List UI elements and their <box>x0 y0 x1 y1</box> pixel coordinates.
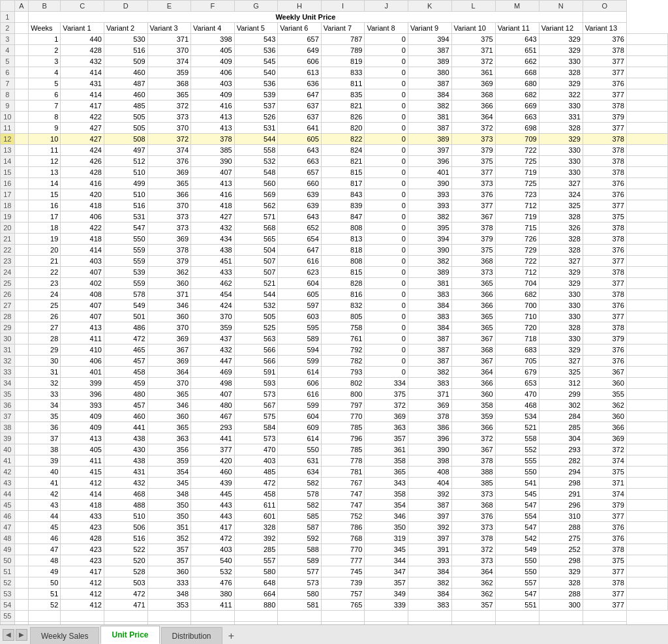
week-cell[interactable]: 33 <box>29 389 61 400</box>
col-i[interactable]: I <box>321 1 365 12</box>
variant-cell[interactable]: 468 <box>104 489 147 500</box>
variant-cell[interactable]: 328 <box>539 211 583 222</box>
variant-cell[interactable]: 407 <box>61 300 104 311</box>
variant-cell[interactable]: 330 <box>539 333 583 345</box>
variant-cell[interactable]: 454 <box>191 289 235 300</box>
variant-cell[interactable]: 376 <box>451 189 495 200</box>
variant-cell[interactable]: 368 <box>147 78 191 89</box>
cell[interactable] <box>104 611 147 622</box>
variant-cell[interactable]: 682 <box>495 289 539 300</box>
cell[interactable] <box>626 600 667 611</box>
variant-cell[interactable]: 370 <box>147 378 191 389</box>
cell[interactable] <box>626 367 667 378</box>
cell[interactable] <box>14 311 28 322</box>
variant-cell[interactable]: 526 <box>234 112 278 123</box>
variant-cell[interactable]: 614 <box>278 367 322 378</box>
variant-cell[interactable]: 394 <box>408 34 451 45</box>
variant-cell[interactable]: 360 <box>583 378 626 389</box>
col-d[interactable]: D <box>104 1 147 12</box>
variant-cell[interactable]: 361 <box>451 67 495 78</box>
variant-cell[interactable]: 499 <box>104 178 147 189</box>
variant-cell[interactable]: 542 <box>495 533 539 544</box>
variant-cell[interactable]: 485 <box>234 467 278 478</box>
variant-cell[interactable]: 379 <box>451 145 495 156</box>
variant-cell[interactable]: 778 <box>321 455 365 467</box>
variant-cell[interactable]: 757 <box>321 589 365 600</box>
variant-cell[interactable]: 566 <box>234 345 278 356</box>
variant-cell[interactable]: 0 <box>365 100 408 112</box>
variant-cell[interactable]: 378 <box>583 544 626 555</box>
variant-cell[interactable]: 0 <box>365 189 408 200</box>
variant-cell[interactable]: 377 <box>583 56 626 67</box>
variant-cell[interactable]: 440 <box>61 34 104 45</box>
variant-cell[interactable]: 381 <box>408 278 451 289</box>
variant-cell[interactable]: 472 <box>104 589 147 600</box>
variant-cell[interactable]: 389 <box>408 267 451 278</box>
cell[interactable] <box>626 145 667 156</box>
variant-cell[interactable]: 643 <box>278 145 322 156</box>
variant-cell[interactable]: 398 <box>408 455 451 467</box>
variant-cell[interactable]: 372 <box>451 123 495 134</box>
variant-cell[interactable]: 505 <box>234 311 278 322</box>
variant-cell[interactable]: 437 <box>191 333 235 345</box>
variant-cell[interactable]: 582 <box>278 478 322 489</box>
variant-cell[interactable]: 592 <box>278 533 322 544</box>
variant-cell[interactable]: 408 <box>61 289 104 300</box>
variant-cell[interactable]: 802 <box>321 378 365 389</box>
variant-cell[interactable]: 327 <box>539 178 583 189</box>
variant-cell[interactable]: 331 <box>539 112 583 123</box>
cell[interactable] <box>14 189 28 200</box>
variant-cell[interactable]: 391 <box>408 544 451 555</box>
col-l[interactable]: L <box>451 1 495 12</box>
variant-cell[interactable]: 507 <box>234 267 278 278</box>
variant-cell[interactable]: 387 <box>408 500 451 511</box>
variant-cell[interactable]: 663 <box>495 112 539 123</box>
variant-cell[interactable]: 414 <box>61 89 104 100</box>
variant-cell[interactable]: 532 <box>234 300 278 311</box>
variant-cell[interactable]: 643 <box>495 34 539 45</box>
variant-cell[interactable]: 355 <box>583 389 626 400</box>
variant-cell[interactable]: 346 <box>365 511 408 522</box>
cell[interactable] <box>626 67 667 78</box>
variant-cell[interactable]: 370 <box>147 200 191 211</box>
cell[interactable] <box>14 167 28 178</box>
variant-cell[interactable]: 384 <box>408 89 451 100</box>
variant-cell[interactable]: 330 <box>539 289 583 300</box>
variant-cell[interactable]: 416 <box>191 100 235 112</box>
variant-cell[interactable]: 551 <box>495 600 539 611</box>
variant-cell[interactable]: 0 <box>365 345 408 356</box>
cell[interactable] <box>626 156 667 167</box>
variant-cell[interactable]: 375 <box>365 389 408 400</box>
variant-cell[interactable]: 415 <box>61 467 104 478</box>
week-cell[interactable]: 25 <box>29 300 61 311</box>
cell[interactable] <box>147 611 191 622</box>
variant-cell[interactable]: 371 <box>147 34 191 45</box>
cell[interactable] <box>14 34 28 45</box>
variant-cell[interactable]: 378 <box>583 577 626 589</box>
variant-cell[interactable]: 488 <box>104 500 147 511</box>
cell[interactable] <box>14 411 28 422</box>
variant-cell[interactable]: 275 <box>539 533 583 544</box>
variant-cell[interactable]: 366 <box>451 378 495 389</box>
variant-cell[interactable]: 532 <box>191 566 235 577</box>
cell[interactable] <box>14 67 28 78</box>
variant-cell[interactable]: 380 <box>408 67 451 78</box>
variant-cell[interactable]: 839 <box>321 200 365 211</box>
variant-cell[interactable]: 384 <box>408 322 451 333</box>
week-cell[interactable]: 10 <box>29 134 61 145</box>
variant-cell[interactable]: 378 <box>583 45 626 56</box>
variant-cell[interactable]: 356 <box>147 444 191 455</box>
variant-cell[interactable]: 414 <box>61 245 104 256</box>
variant-cell[interactable]: 378 <box>408 411 451 422</box>
variant-cell[interactable]: 387 <box>408 345 451 356</box>
variant-cell[interactable]: 413 <box>191 112 235 123</box>
cell[interactable] <box>626 256 667 267</box>
variant-cell[interactable]: 412 <box>61 577 104 589</box>
variant-cell[interactable]: 348 <box>147 589 191 600</box>
cell[interactable] <box>626 267 667 278</box>
variant-cell[interactable]: 392 <box>408 489 451 500</box>
variant-cell[interactable]: 593 <box>234 378 278 389</box>
variant-cell[interactable]: 405 <box>61 444 104 455</box>
variant-cell[interactable]: 399 <box>61 378 104 389</box>
variant-cell[interactable]: 787 <box>321 34 365 45</box>
